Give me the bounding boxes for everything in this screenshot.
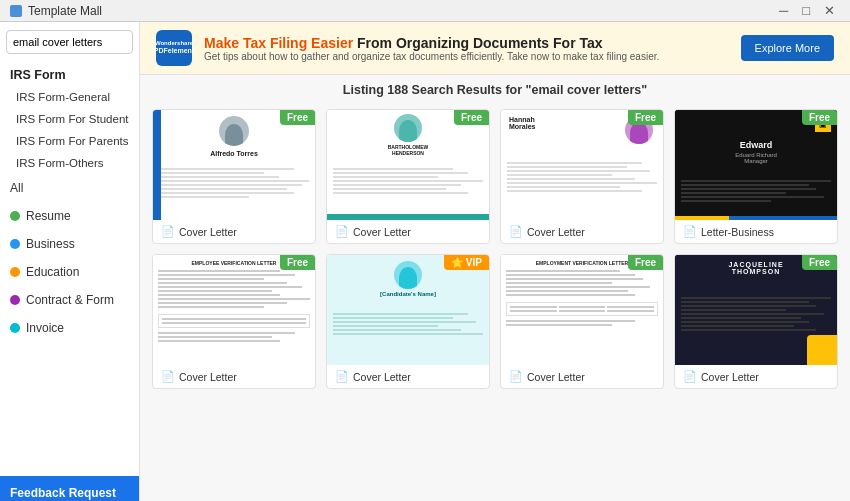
close-button[interactable]: ✕ (819, 3, 840, 18)
template-grid: Alfredo Torres (140, 103, 850, 501)
ad-logo-line2: PDFelement (154, 47, 194, 55)
sidebar: 🔍 IRS Form IRS Form-General IRS Form For… (0, 22, 140, 501)
ad-title-normal: From Organizing Documents For Tax (357, 35, 603, 51)
doc-icon-5: 📄 (161, 370, 175, 383)
free-badge-2: Free (454, 110, 489, 125)
resume-dot (10, 211, 20, 221)
sidebar-item-irs-general[interactable]: IRS Form-General (0, 86, 139, 108)
free-badge-8: Free (802, 255, 837, 270)
card-alfredo[interactable]: Alfredo Torres (152, 109, 316, 244)
window-controls: ─ □ ✕ (774, 3, 840, 18)
education-dot (10, 267, 20, 277)
free-badge-5: Free (280, 255, 315, 270)
results-header: Listing 188 Search Results for "email co… (140, 75, 850, 103)
sidebar-item-irs-parents[interactable]: IRS Form For Parents (0, 130, 139, 152)
doc-icon-3: 📄 (509, 225, 523, 238)
maximize-button[interactable]: □ (797, 3, 815, 18)
sidebar-item-invoice[interactable]: Invoice (0, 314, 139, 342)
sidebar-item-contract[interactable]: Contract & Form (0, 286, 139, 314)
sidebar-item-resume[interactable]: Resume (0, 202, 139, 230)
ad-logo: Wondershare PDFelement (156, 30, 192, 66)
sidebar-item-all[interactable]: All (0, 174, 139, 202)
card-label-5: 📄 Cover Letter (153, 365, 315, 388)
card-thumb-3: HannahMorales (501, 110, 663, 220)
card-thumb-8: JACQUELINETHOMPSON (675, 255, 837, 365)
card-emp-verification[interactable]: EMPLOYEE VERIFICATION LETTER (152, 254, 316, 389)
card-label-1: 📄 Cover Letter (153, 220, 315, 243)
card-emp-verification2[interactable]: EMPLOYMENT VERIFICATION LETTER (500, 254, 664, 389)
avatar-1 (219, 116, 249, 146)
app-title: Template Mall (28, 4, 102, 18)
card-title-7: Cover Letter (527, 371, 585, 383)
name-2: BARTHOLOMEWHENDERSON (327, 144, 489, 156)
doc-icon-7: 📄 (509, 370, 523, 383)
doc-icon-1: 📄 (161, 225, 175, 238)
sidebar-item-irs-others[interactable]: IRS Form-Others (0, 152, 139, 174)
doc-icon-8: 📄 (683, 370, 697, 383)
card-title-2: Cover Letter (353, 226, 411, 238)
free-badge-7: Free (628, 255, 663, 270)
card-thumb-7: EMPLOYMENT VERIFICATION LETTER (501, 255, 663, 365)
sidebar-section-irs: IRS Form (0, 62, 139, 86)
card-edward[interactable]: ▣ Edward Eduard RichardManager (674, 109, 838, 244)
doc-icon-4: 📄 (683, 225, 697, 238)
feedback-banner[interactable]: Feedback Request Learn more → (0, 476, 139, 501)
card-jacqueline[interactable]: JACQUELINETHOMPSON (674, 254, 838, 389)
card-label-3: 📄 Cover Letter (501, 220, 663, 243)
main-content: Wondershare PDFelement Make Tax Filing E… (140, 22, 850, 501)
name-3: HannahMorales (509, 116, 535, 130)
name-4: Edward (675, 140, 837, 150)
business-label: Business (26, 237, 75, 251)
avatar-6 (394, 261, 422, 289)
invoice-dot (10, 323, 20, 333)
card-title-5: Cover Letter (179, 371, 237, 383)
ad-description: Get tips about how to gather and organiz… (204, 51, 729, 62)
ad-banner: Wondershare PDFelement Make Tax Filing E… (140, 22, 850, 75)
card-title-8: Cover Letter (701, 371, 759, 383)
card-vip[interactable]: [Candidate's Name] ⭐ VIP (326, 254, 490, 389)
lines-1 (159, 168, 309, 198)
card-thumb-6: [Candidate's Name] ⭐ VIP (327, 255, 489, 365)
card-hannah[interactable]: HannahMorales (500, 109, 664, 244)
resume-label: Resume (26, 209, 71, 223)
doc-icon-6: 📄 (335, 370, 349, 383)
doc-icon-2: 📄 (335, 225, 349, 238)
avatar-2 (394, 114, 422, 142)
card-title-4: Letter-Business (701, 226, 774, 238)
card-thumb-1: Alfredo Torres (153, 110, 315, 220)
vip-badge-6: ⭐ VIP (444, 255, 489, 270)
card-thumb-4: ▣ Edward Eduard RichardManager (675, 110, 837, 220)
card-title-3: Cover Letter (527, 226, 585, 238)
card-label-7: 📄 Cover Letter (501, 365, 663, 388)
card-label-2: 📄 Cover Letter (327, 220, 489, 243)
sidebar-item-business[interactable]: Business (0, 230, 139, 258)
ad-logo-line1: Wondershare (154, 40, 194, 47)
app-logo-icon (10, 5, 22, 17)
minimize-button[interactable]: ─ (774, 3, 793, 18)
name-1: Alfredo Torres (153, 150, 315, 157)
search-input[interactable] (13, 36, 140, 48)
free-badge-3: Free (628, 110, 663, 125)
ad-title: Make Tax Filing Easier From Organizing D… (204, 35, 729, 51)
card-label-4: 📄 Letter-Business (675, 220, 837, 243)
card-thumb-5: EMPLOYEE VERIFICATION LETTER (153, 255, 315, 365)
sidebar-item-education[interactable]: Education (0, 258, 139, 286)
title-bar: Template Mall ─ □ ✕ (0, 0, 850, 22)
education-label: Education (26, 265, 79, 279)
all-label: All (10, 181, 23, 195)
card-label-6: 📄 Cover Letter (327, 365, 489, 388)
contract-label: Contract & Form (26, 293, 114, 307)
free-badge-1: Free (280, 110, 315, 125)
results-label: Listing 188 Search Results for "email co… (343, 83, 647, 97)
explore-more-button[interactable]: Explore More (741, 35, 834, 61)
invoice-label: Invoice (26, 321, 64, 335)
feedback-title: Feedback Request (10, 486, 129, 500)
card-thumb-2: BARTHOLOMEWHENDERSON (327, 110, 489, 220)
ad-title-highlight: Make Tax Filing Easier (204, 35, 353, 51)
sidebar-item-irs-student[interactable]: IRS Form For Student (0, 108, 139, 130)
card-bartholomew[interactable]: BARTHOLOMEWHENDERSON (326, 109, 490, 244)
business-dot (10, 239, 20, 249)
contract-dot (10, 295, 20, 305)
card-title-1: Cover Letter (179, 226, 237, 238)
search-box[interactable]: 🔍 (6, 30, 133, 54)
